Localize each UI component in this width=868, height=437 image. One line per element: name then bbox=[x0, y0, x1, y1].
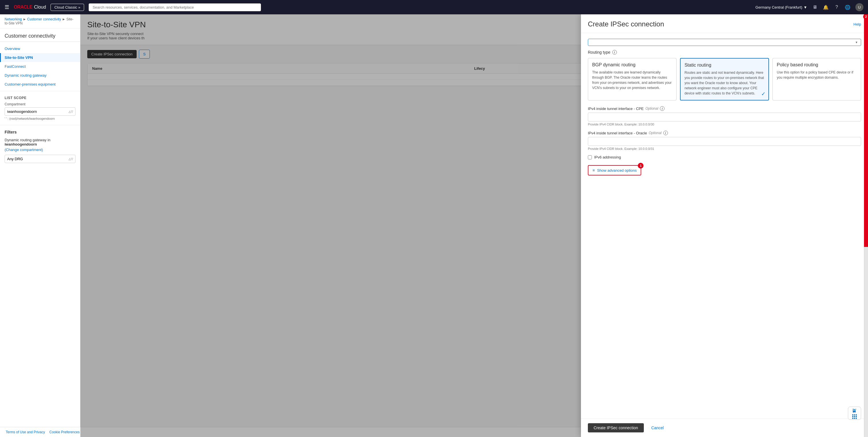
main-content: Site-to-Site VPN Site-to-Site VPN secure… bbox=[81, 14, 868, 437]
routing-card-policy[interactable]: Policy based routing Use this option for… bbox=[772, 58, 861, 100]
advanced-options-container: ≡ Show advanced options 1 bbox=[588, 165, 641, 176]
navbar: ☰ ORACLE Cloud Cloud Classic » Germany C… bbox=[0, 0, 868, 14]
modal-header: Create IPSec connection Help bbox=[581, 14, 868, 33]
ipv4-cpe-section: IPv4 inside tunnel interface - CPE Optio… bbox=[588, 106, 861, 126]
sidebar-item-overview[interactable]: Overview bbox=[0, 44, 80, 53]
routing-card-static[interactable]: Static routing Routes are static and not… bbox=[680, 58, 769, 100]
dot-4 bbox=[852, 416, 854, 417]
routing-type-label: Routing type i bbox=[588, 50, 861, 55]
global-search-input[interactable] bbox=[89, 3, 261, 11]
avatar[interactable]: U bbox=[856, 3, 863, 11]
modal-help-link[interactable]: Help bbox=[854, 22, 861, 26]
help-widget-icon: 🛱 bbox=[852, 408, 857, 414]
filter-compartment-value: iwanhoogendoorn bbox=[5, 142, 37, 147]
cloud-classic-button[interactable]: Cloud Classic » bbox=[51, 4, 84, 11]
terms-link[interactable]: Terms of Use and Privacy bbox=[6, 430, 45, 434]
dot-5 bbox=[854, 416, 855, 417]
filters-section: Filters Dynamic routing gateway in iwanh… bbox=[0, 125, 80, 168]
modal-body: ▼ Routing type i BGP dynamic routing bbox=[581, 33, 868, 418]
dot-9 bbox=[856, 418, 857, 419]
breadcrumb: Networking ► Customer connectivity ► Sit… bbox=[0, 14, 80, 28]
modal-footer: Create IPSec connection Cancel bbox=[581, 418, 868, 437]
list-scope-section: List scope Compartment iwanhoogendoorn △… bbox=[0, 91, 80, 125]
modal-overlay: 2 Create IPSec connection Help ▼ bbox=[81, 14, 868, 437]
ipv4-oracle-input[interactable] bbox=[588, 137, 861, 146]
routing-type-section: Routing type i BGP dynamic routing The a… bbox=[588, 50, 861, 100]
ipv4-cpe-label: IPv4 inside tunnel interface - CPE Optio… bbox=[588, 106, 861, 111]
sidebar-item-dynamic-routing-gateway[interactable]: Dynamic routing gateway bbox=[0, 71, 80, 80]
show-advanced-options-button[interactable]: ≡ Show advanced options 1 bbox=[588, 165, 641, 176]
sliders-icon: ≡ bbox=[592, 168, 595, 173]
developer-icon[interactable]: 🖥 bbox=[812, 4, 818, 10]
ipv4-cpe-hint: Provide IPv4 CIDR block. Example: 10.0.0… bbox=[588, 123, 861, 126]
breadcrumb-networking[interactable]: Networking bbox=[5, 17, 22, 21]
compartment-path: ' ' : (root)/network/iwanhoogendoorn bbox=[5, 117, 75, 120]
breadcrumb-sep1: ► bbox=[23, 17, 27, 21]
compartment-select[interactable]: iwanhoogendoorn bbox=[5, 107, 75, 116]
cookie-link[interactable]: Cookie Preferences bbox=[50, 430, 80, 434]
oracle-logo: ORACLE bbox=[14, 5, 32, 10]
routing-type-text: Routing type bbox=[588, 50, 611, 55]
ipv6-checkbox[interactable] bbox=[588, 155, 592, 159]
routing-cards-container: BGP dynamic routing The available routes… bbox=[588, 58, 861, 100]
navbar-right: Germany Central (Frankfurt) ▼ 🖥 🔔 ? 🌐 U bbox=[755, 3, 863, 11]
ipv4-oracle-info-icon[interactable]: i bbox=[663, 131, 668, 135]
top-dropdown-arrow: ▼ bbox=[855, 41, 858, 44]
globe-icon[interactable]: 🌐 bbox=[844, 4, 851, 10]
filter-description-text: Dynamic routing gateway in bbox=[5, 138, 51, 142]
help-widget[interactable]: 🛱 bbox=[848, 407, 861, 420]
static-card-checkmark: ✓ bbox=[761, 91, 766, 97]
routing-card-bgp[interactable]: BGP dynamic routing The available routes… bbox=[588, 58, 677, 100]
top-dropdown[interactable]: ▼ bbox=[588, 39, 861, 46]
compartment-label: Compartment bbox=[5, 102, 75, 106]
sidebar-item-customer-premises-equipment[interactable]: Customer-premises equipment bbox=[0, 80, 80, 89]
bgp-card-title: BGP dynamic routing bbox=[592, 62, 672, 67]
ipv4-cpe-info-icon[interactable]: i bbox=[660, 106, 664, 111]
ipv4-oracle-label-text: IPv4 inside tunnel interface - Oracle bbox=[588, 131, 647, 135]
breadcrumb-sep2: ► bbox=[62, 17, 66, 21]
compartment-select-wrapper: iwanhoogendoorn △▽ bbox=[5, 107, 75, 116]
bgp-card-desc: The available routes are learned dynamic… bbox=[592, 70, 672, 90]
region-selector[interactable]: Germany Central (Frankfurt) ▼ bbox=[755, 5, 807, 9]
breadcrumb-customer-connectivity[interactable]: Customer connectivity bbox=[27, 17, 61, 21]
sidebar: Networking ► Customer connectivity ► Sit… bbox=[0, 14, 81, 437]
chevron-down-icon: ▼ bbox=[803, 5, 807, 9]
modal-title: Create IPSec connection bbox=[588, 20, 664, 28]
top-section-scrolled: ▼ bbox=[588, 39, 861, 46]
bell-icon[interactable]: 🔔 bbox=[823, 4, 829, 10]
routing-type-info-icon[interactable]: i bbox=[612, 50, 617, 55]
dot-8 bbox=[854, 418, 855, 419]
ipv6-label: IPv6 addressing bbox=[594, 155, 621, 159]
ipv4-cpe-optional: Optional bbox=[645, 106, 658, 111]
modal-cancel-button[interactable]: Cancel bbox=[647, 423, 668, 432]
brand: ORACLE Cloud bbox=[14, 5, 46, 10]
dot-2 bbox=[854, 414, 855, 415]
dot-1 bbox=[852, 414, 854, 415]
static-card-desc: Routes are static and not learned dynami… bbox=[685, 70, 765, 96]
modal-create-button[interactable]: Create IPSec connection bbox=[588, 423, 644, 432]
advanced-options-badge: 1 bbox=[638, 163, 644, 168]
ipv4-oracle-hint: Provide IPv4 CIDR block. Example: 10.0.0… bbox=[588, 147, 861, 151]
filter-description: Dynamic routing gateway in iwanhoogendoo… bbox=[5, 138, 75, 147]
sidebar-item-fastconnect[interactable]: FastConnect bbox=[0, 62, 80, 71]
change-compartment-link[interactable]: (Change compartment) bbox=[5, 148, 43, 152]
advanced-options-label: Show advanced options bbox=[597, 168, 637, 173]
sidebar-nav: Overview Site-to-Site VPN FastConnect Dy… bbox=[0, 42, 80, 91]
ipv4-cpe-input[interactable] bbox=[588, 113, 861, 121]
dot-6 bbox=[856, 416, 857, 417]
ipv4-oracle-label: IPv4 inside tunnel interface - Oracle Op… bbox=[588, 131, 861, 135]
ipv4-oracle-section: IPv4 inside tunnel interface - Oracle Op… bbox=[588, 131, 861, 151]
drg-select[interactable]: Any DRG bbox=[5, 155, 75, 163]
footer-left: Terms of Use and Privacy Cookie Preferen… bbox=[6, 430, 83, 434]
ipv6-checkbox-row: IPv6 addressing bbox=[588, 155, 861, 159]
scrollbar-thumb-red bbox=[864, 14, 868, 247]
sidebar-title: Customer connectivity bbox=[0, 28, 80, 42]
dot-3 bbox=[856, 414, 857, 415]
scrollbar-track: 2 bbox=[864, 14, 868, 437]
scrollbar-badge: 2 bbox=[863, 14, 868, 20]
drg-select-wrapper: Any DRG △▽ bbox=[5, 155, 75, 163]
help-icon[interactable]: ? bbox=[834, 4, 840, 10]
hamburger-icon[interactable]: ☰ bbox=[5, 4, 9, 10]
main-layout: Networking ► Customer connectivity ► Sit… bbox=[0, 14, 868, 437]
sidebar-item-site-to-site-vpn[interactable]: Site-to-Site VPN bbox=[0, 53, 80, 62]
